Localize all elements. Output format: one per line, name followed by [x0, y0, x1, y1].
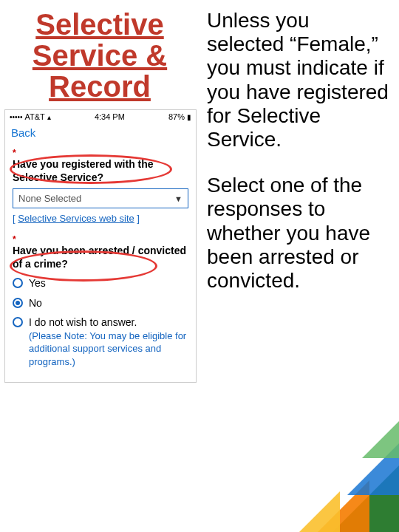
- chevron-down-icon: ▼: [174, 194, 183, 203]
- radio-icon: [13, 298, 23, 308]
- option-yes[interactable]: Yes: [13, 277, 188, 290]
- question-arrested: Have you been arrested / convicted of a …: [13, 245, 188, 270]
- dropdown-value: None Selected: [18, 193, 81, 204]
- signal-icon: •••••: [10, 113, 23, 121]
- question-selective-service: Have you registered with the Selective S…: [13, 158, 188, 184]
- back-button[interactable]: Back: [5, 123, 196, 145]
- option-label: I do not wish to answer. (Please Note: Y…: [29, 316, 188, 368]
- option-label: Yes: [29, 277, 46, 290]
- battery-pct: 87%: [168, 112, 185, 121]
- radio-icon: [13, 317, 23, 327]
- required-asterisk: *: [13, 234, 188, 245]
- carrier-label: AT&T: [25, 112, 45, 121]
- option-label: No: [29, 297, 42, 310]
- selective-service-link-row: [ Selective Services web site ]: [13, 213, 188, 224]
- battery-icon: ▮: [187, 113, 191, 121]
- clock: 4:34 PM: [95, 112, 125, 121]
- option-no-answer[interactable]: I do not wish to answer. (Please Note: Y…: [13, 316, 188, 368]
- slide-title: Selective Service & Record: [0, 0, 200, 106]
- instruction-paragraph-2: Select one of the responses to whether y…: [207, 174, 392, 293]
- option-note: (Please Note: You may be eligible for ad…: [29, 330, 186, 367]
- radio-icon: [13, 278, 23, 288]
- wifi-icon: ▴: [47, 113, 51, 121]
- phone-screenshot: ••••• AT&T ▴ 4:34 PM 87% ▮ Back * Have y…: [4, 109, 197, 383]
- selective-service-dropdown[interactable]: None Selected ▼: [13, 188, 188, 208]
- status-bar: ••••• AT&T ▴ 4:34 PM 87% ▮: [5, 110, 196, 123]
- instruction-paragraph-1: Unless you selected “Female,” you must i…: [207, 9, 392, 151]
- option-no[interactable]: No: [13, 297, 188, 310]
- required-asterisk: *: [13, 148, 188, 158]
- corner-decoration: [266, 406, 399, 532]
- selective-service-link[interactable]: Selective Services web site: [18, 213, 134, 224]
